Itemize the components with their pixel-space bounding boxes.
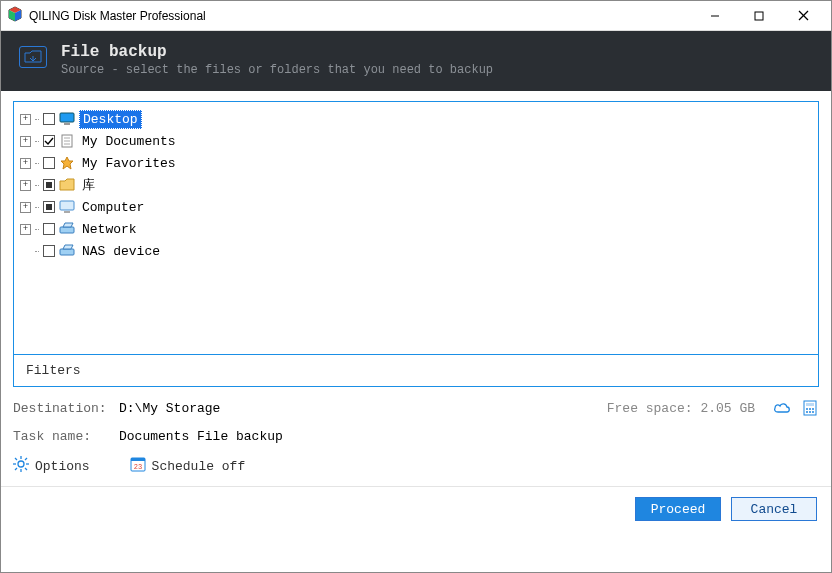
close-button[interactable] [781, 2, 825, 30]
options-row: Options 23 Schedule off [1, 450, 831, 487]
expander-icon[interactable]: + [20, 180, 31, 191]
checkbox[interactable] [43, 179, 55, 191]
maximize-button[interactable] [737, 2, 781, 30]
options-label: Options [35, 459, 90, 474]
titlebar: QILING Disk Master Professional [1, 1, 831, 31]
checkbox[interactable] [43, 135, 55, 147]
tree-connector [35, 251, 39, 252]
checkbox[interactable] [43, 245, 55, 257]
tree-row-network[interactable]: + Network [20, 218, 812, 240]
minimize-button[interactable] [693, 2, 737, 30]
svg-rect-17 [60, 227, 74, 233]
page-subtitle: Source - select the files or folders tha… [61, 63, 493, 77]
gear-icon [13, 456, 29, 476]
svg-text:23: 23 [133, 463, 141, 471]
proceed-label: Proceed [651, 502, 706, 517]
svg-line-35 [15, 468, 17, 470]
tree-connector [35, 141, 39, 142]
proceed-button[interactable]: Proceed [635, 497, 721, 521]
svg-point-23 [812, 408, 814, 410]
header: File backup Source - select the files or… [1, 31, 831, 91]
calculator-icon[interactable] [801, 399, 819, 417]
options-button[interactable]: Options [13, 456, 90, 476]
tree-label[interactable]: 库 [79, 175, 98, 195]
destination-value[interactable]: D:\My Storage [119, 401, 597, 416]
svg-rect-18 [60, 249, 74, 255]
svg-point-26 [812, 411, 814, 413]
schedule-button[interactable]: 23 Schedule off [130, 456, 246, 476]
task-name-row: Task name: Documents File backup [1, 423, 831, 450]
source-tree[interactable]: + Desktop + My Documents + My [14, 102, 818, 354]
checkbox[interactable] [43, 223, 55, 235]
tree-label[interactable]: My Favorites [79, 155, 179, 172]
source-tree-panel: + Desktop + My Documents + My [13, 101, 819, 387]
filters-label: Filters [26, 363, 81, 378]
schedule-label: Schedule off [152, 459, 246, 474]
task-name-value[interactable]: Documents File backup [119, 429, 819, 444]
svg-point-27 [18, 461, 24, 467]
tree-label[interactable]: Computer [79, 199, 147, 216]
footer: Proceed Cancel [1, 487, 831, 531]
svg-line-34 [25, 458, 27, 460]
tree-connector [35, 185, 39, 186]
expander-icon[interactable]: + [20, 202, 31, 213]
destination-label: Destination: [13, 401, 109, 416]
tree-row-documents[interactable]: + My Documents [20, 130, 812, 152]
expander-icon[interactable]: + [20, 136, 31, 147]
tree-row-favorites[interactable]: + My Favorites [20, 152, 812, 174]
svg-rect-15 [60, 201, 74, 210]
star-icon [59, 156, 75, 170]
expander-icon[interactable]: + [20, 158, 31, 169]
svg-rect-9 [64, 123, 70, 125]
tree-connector [35, 229, 39, 230]
tree-label[interactable]: NAS device [79, 243, 163, 260]
svg-rect-8 [60, 113, 74, 122]
svg-rect-37 [131, 458, 145, 461]
tree-connector [35, 207, 39, 208]
svg-point-22 [809, 408, 811, 410]
network-drive-icon [59, 244, 75, 258]
computer-icon [59, 200, 75, 214]
tree-row-libraries[interactable]: + 库 [20, 174, 812, 196]
file-backup-icon [19, 46, 47, 68]
destination-actions [773, 399, 819, 417]
tree-row-nas[interactable]: NAS device [20, 240, 812, 262]
expander-empty [20, 246, 31, 257]
svg-rect-16 [64, 211, 70, 213]
tree-label[interactable]: Desktop [79, 110, 142, 129]
svg-rect-5 [755, 12, 763, 20]
svg-marker-14 [61, 157, 73, 169]
free-space-label: Free space: 2.05 GB [607, 401, 755, 416]
network-drive-icon [59, 222, 75, 236]
tree-row-desktop[interactable]: + Desktop [20, 108, 812, 130]
svg-point-24 [806, 411, 808, 413]
tree-label[interactable]: My Documents [79, 133, 179, 150]
tree-label[interactable]: Network [79, 221, 140, 238]
checkbox[interactable] [43, 201, 55, 213]
svg-line-32 [15, 458, 17, 460]
destination-row: Destination: D:\My Storage Free space: 2… [1, 393, 831, 423]
cloud-icon[interactable] [773, 399, 791, 417]
cancel-label: Cancel [751, 502, 798, 517]
calendar-icon: 23 [130, 456, 146, 476]
svg-point-21 [806, 408, 808, 410]
app-icon [7, 6, 23, 26]
expander-icon[interactable]: + [20, 114, 31, 125]
folder-icon [59, 178, 75, 192]
checkbox[interactable] [43, 157, 55, 169]
task-name-label: Task name: [13, 429, 109, 444]
tree-connector [35, 119, 39, 120]
document-icon [59, 134, 75, 148]
checkbox[interactable] [43, 113, 55, 125]
page-title: File backup [61, 43, 493, 61]
cancel-button[interactable]: Cancel [731, 497, 817, 521]
header-text: File backup Source - select the files or… [61, 43, 493, 77]
svg-point-25 [809, 411, 811, 413]
tree-connector [35, 163, 39, 164]
svg-line-33 [25, 468, 27, 470]
svg-rect-20 [806, 403, 814, 406]
tree-row-computer[interactable]: + Computer [20, 196, 812, 218]
monitor-icon [59, 112, 75, 126]
filters-button[interactable]: Filters [14, 354, 818, 386]
expander-icon[interactable]: + [20, 224, 31, 235]
